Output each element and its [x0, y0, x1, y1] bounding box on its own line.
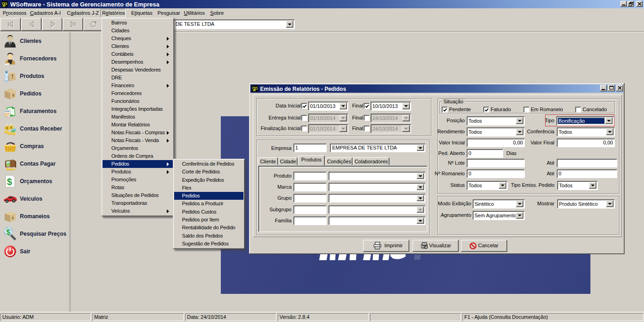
svg-text:$: $ — [10, 125, 12, 130]
svg-text:$: $ — [7, 177, 12, 187]
svg-text:$: $ — [6, 126, 8, 130]
svg-text:$: $ — [6, 228, 11, 236]
